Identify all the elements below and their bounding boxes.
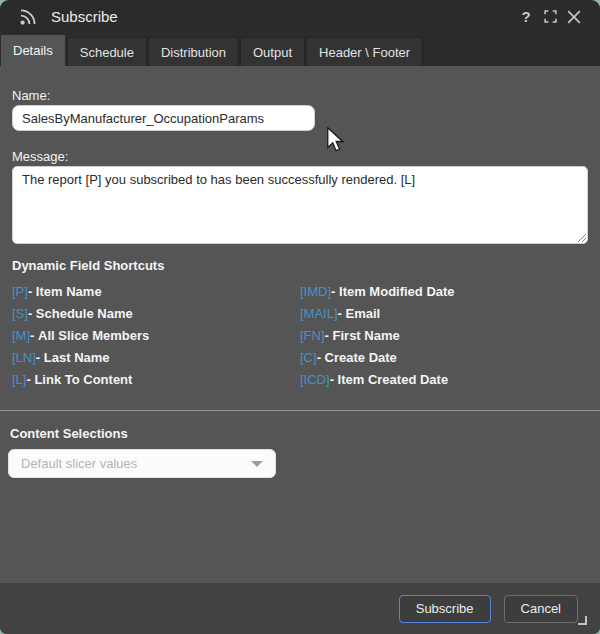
shortcut-label: Item Modified Date xyxy=(339,284,455,299)
shortcut-label: Item Created Date xyxy=(338,372,449,387)
shortcut-separator: - xyxy=(28,284,36,299)
message-textarea[interactable]: The report [P] you subscribed to has bee… xyxy=(12,166,588,244)
shortcut-label: Schedule Name xyxy=(36,306,133,321)
tab-schedule[interactable]: Schedule xyxy=(67,37,147,66)
shortcut-code: [P] xyxy=(12,284,28,299)
shortcut-columns: [P]- Item Name [S]- Schedule Name [M]- A… xyxy=(12,284,588,394)
window-title: Subscribe xyxy=(51,8,118,25)
shortcut-item: [ICD]- Item Created Date xyxy=(300,372,455,394)
shortcut-separator: - xyxy=(28,306,36,321)
section-divider xyxy=(0,410,600,411)
shortcut-separator: - xyxy=(317,350,325,365)
shortcut-item: [M]- All Slice Members xyxy=(12,328,300,350)
tab-distribution[interactable]: Distribution xyxy=(148,37,239,66)
shortcut-separator: - xyxy=(338,306,346,321)
dynamic-field-shortcuts-heading: Dynamic Field Shortcuts xyxy=(12,258,164,273)
tab-bar: Details Schedule Distribution Output Hea… xyxy=(0,33,600,66)
shortcut-item: [L]- Link To Content xyxy=(12,372,300,394)
shortcut-separator: - xyxy=(331,284,339,299)
shortcut-code: [MAIL] xyxy=(300,306,338,321)
shortcut-separator: - xyxy=(30,328,38,343)
shortcut-item: [FN]- First Name xyxy=(300,328,455,350)
help-icon[interactable]: ? xyxy=(514,5,538,29)
shortcut-code: [IMD] xyxy=(300,284,331,299)
shortcut-separator: - xyxy=(330,372,338,387)
cancel-button[interactable]: Cancel xyxy=(504,595,578,623)
tab-header-footer[interactable]: Header \ Footer xyxy=(306,37,423,66)
shortcut-code: [M] xyxy=(12,328,30,343)
shortcut-label: Link To Content xyxy=(34,372,132,387)
shortcut-code: [ICD] xyxy=(300,372,330,387)
shortcut-item: [S]- Schedule Name xyxy=(12,306,300,328)
shortcut-label: First Name xyxy=(333,328,400,343)
content-selections-heading: Content Selections xyxy=(10,426,128,441)
tab-output[interactable]: Output xyxy=(240,37,305,66)
close-icon[interactable] xyxy=(562,5,586,29)
title-bar: Subscribe ? xyxy=(0,0,600,33)
shortcut-code: [FN] xyxy=(300,328,325,343)
fullscreen-icon[interactable] xyxy=(538,5,562,29)
shortcut-code: [LN] xyxy=(12,350,36,365)
tab-details[interactable]: Details xyxy=(0,34,66,66)
shortcut-separator: - xyxy=(26,372,34,387)
mouse-cursor xyxy=(326,127,344,152)
shortcut-item: [C]- Create Date xyxy=(300,350,455,372)
name-label: Name: xyxy=(12,88,50,103)
shortcut-label: Email xyxy=(346,306,381,321)
shortcut-label: All Slice Members xyxy=(38,328,149,343)
shortcut-code: [C] xyxy=(300,350,317,365)
dropdown-selected-value: Default slicer values xyxy=(21,456,251,471)
slicer-values-dropdown[interactable]: Default slicer values xyxy=(8,449,276,478)
shortcut-separator: - xyxy=(325,328,333,343)
shortcut-column-right: [IMD]- Item Modified Date [MAIL]- Email … xyxy=(300,284,455,394)
dialog-footer: Subscribe Cancel xyxy=(0,583,600,634)
shortcut-code: [S] xyxy=(12,306,28,321)
shortcut-label: Item Name xyxy=(36,284,102,299)
message-label: Message: xyxy=(12,149,68,164)
shortcut-label: Create Date xyxy=(325,350,397,365)
shortcut-code: [L] xyxy=(12,372,26,387)
subscribe-button[interactable]: Subscribe xyxy=(399,595,491,623)
shortcut-item: [MAIL]- Email xyxy=(300,306,455,328)
shortcut-label: Last Name xyxy=(44,350,110,365)
shortcut-column-left: [P]- Item Name [S]- Schedule Name [M]- A… xyxy=(12,284,300,394)
shortcut-item: [P]- Item Name xyxy=(12,284,300,306)
subscribe-dialog: Subscribe ? Details Schedule Distributio… xyxy=(0,0,600,634)
window-resize-grip[interactable] xyxy=(578,616,587,625)
shortcut-item: [LN]- Last Name xyxy=(12,350,300,372)
shortcut-item: [IMD]- Item Modified Date xyxy=(300,284,455,306)
chevron-down-icon xyxy=(251,461,263,467)
subscribe-rss-icon xyxy=(18,7,38,27)
name-input[interactable] xyxy=(12,105,315,131)
shortcut-separator: - xyxy=(36,350,44,365)
